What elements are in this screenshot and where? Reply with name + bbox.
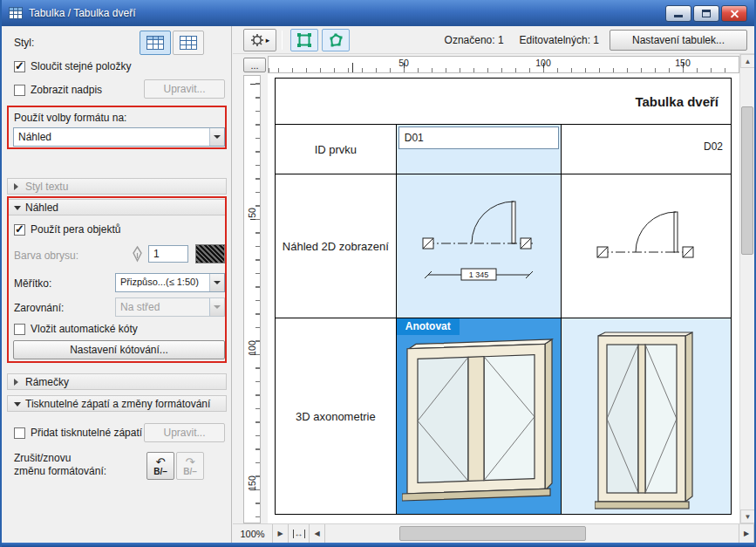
redo-format-button[interactable]: ↷ B/–	[176, 452, 204, 480]
vertical-scrollbar[interactable]: ▲ ▼	[739, 54, 754, 523]
section-frames[interactable]: Rámečky	[7, 373, 227, 390]
scroll-up-button[interactable]: ▲	[740, 54, 755, 68]
scroll-down-button[interactable]: ▼	[740, 509, 755, 523]
zoom-level-button[interactable]: 100%	[233, 524, 273, 543]
auto-dim-label: Vložit automatické kóty	[31, 323, 138, 335]
door-2d-symbol-d01: 1 345	[418, 195, 540, 297]
v-ruler-label-100: 100	[247, 336, 257, 360]
undo-redo-label-line2: změnu formátování:	[14, 465, 106, 477]
schedule-title-cell[interactable]: Tabulka dveří	[276, 79, 731, 124]
3d-row-label-cell[interactable]: 3D axonometrie	[276, 318, 396, 514]
section-text-style-label: Styl textu	[25, 181, 68, 193]
alignment-select[interactable]: Na střed	[115, 297, 225, 317]
toolbar-separator	[282, 31, 283, 50]
door-2d-symbol-d02	[594, 207, 698, 285]
style-label: Styl:	[14, 37, 34, 49]
chevron-down-icon[interactable]	[209, 128, 224, 146]
merge-items-checkbox[interactable]	[14, 61, 25, 72]
format-target-select[interactable]: Náhled	[13, 127, 225, 147]
horizontal-scrollbar[interactable]	[325, 524, 739, 543]
show-header-label: Zobrazit nadpis	[31, 84, 102, 96]
schedule-toolbar: ▸	[233, 26, 754, 54]
annotate-badge[interactable]: Anotovat	[397, 318, 460, 335]
section-text-style[interactable]: Styl textu	[7, 178, 227, 195]
merge-items-checkbox-row[interactable]: Sloučit stejné položky	[14, 60, 131, 72]
pen-number-field[interactable]: 1	[148, 245, 188, 263]
section-footer[interactable]: Tisknutelné zápatí a změny formátování	[7, 395, 227, 412]
pen-color-swatch-button[interactable]	[195, 244, 225, 263]
h-ruler-minor-ticks	[269, 68, 739, 72]
edit-header-button[interactable]: Upravit...	[144, 79, 225, 99]
dimension-settings-button[interactable]: Nastavení kótování...	[13, 340, 225, 359]
pen-icon	[131, 245, 144, 263]
scale-value: Přizpůso...(≤ 1:50)	[116, 274, 209, 291]
schedule-title-row[interactable]: Tabulka dveří	[276, 79, 731, 125]
add-footer-checkbox[interactable]	[14, 427, 25, 439]
vertical-scrollbar-thumb[interactable]	[741, 106, 753, 255]
chevron-down-icon	[209, 298, 224, 316]
grid-style-icon	[179, 35, 198, 51]
auto-dim-checkbox-row[interactable]: Vložit automatické kóty	[14, 323, 138, 335]
gear-icon	[250, 33, 264, 47]
ruler-corner-button[interactable]: ...	[243, 58, 266, 72]
chevron-down-icon[interactable]	[209, 274, 224, 291]
zoom-menu-button[interactable]: ▶	[273, 524, 289, 543]
id-row-label-cell[interactable]: ID prvku	[276, 125, 396, 174]
polygon-select-button[interactable]	[322, 29, 350, 51]
fit-width-icon: ↔	[293, 530, 305, 538]
3d-cell-d02[interactable]	[561, 318, 731, 514]
2d-row-label-cell[interactable]: Náhled 2D zobrazení	[276, 174, 396, 318]
close-button[interactable]	[721, 5, 747, 22]
fit-in-window-button[interactable]: ↔	[289, 524, 310, 543]
marquee-rectangle-icon	[296, 32, 312, 48]
add-footer-checkbox-row[interactable]: Přidat tisknutelné zápatí	[14, 427, 142, 439]
window-table-icon	[9, 7, 23, 19]
titlebar[interactable]: Tabulka / Tabulka dveří	[2, 0, 754, 26]
alignment-value: Na střed	[116, 298, 209, 316]
use-pens-checkbox[interactable]	[14, 224, 25, 236]
show-header-checkbox[interactable]	[14, 85, 25, 96]
scroll-right-button[interactable]: ▶	[739, 524, 754, 543]
minimize-button[interactable]	[665, 5, 691, 22]
schedule-2d-row: Náhled 2D zobrazení	[276, 174, 731, 318]
door-3d-d02	[595, 331, 698, 512]
horizontal-scrollbar-thumb[interactable]	[399, 526, 585, 541]
section-preview[interactable]: Náhled	[7, 199, 227, 215]
use-pens-label: Použít pera objektů	[31, 223, 120, 236]
id-d01-value: D01	[405, 132, 424, 144]
dialog-body: Styl:	[2, 26, 754, 543]
scroll-right-icon: ▶	[744, 530, 749, 537]
style-table-button-selected[interactable]	[140, 31, 171, 55]
style-grid-button[interactable]	[173, 31, 204, 55]
redo-icon: ↷	[186, 456, 195, 468]
options-sidebar: Styl:	[2, 26, 232, 543]
2d-cell-d01[interactable]: 1 345	[396, 174, 562, 318]
3d-row-label: 3D axonometrie	[296, 410, 376, 423]
window-frame-bottom	[2, 543, 754, 547]
show-header-checkbox-row[interactable]: Zobrazit nadpis	[14, 84, 102, 96]
format-target-value: Náhled	[14, 128, 209, 146]
schedule-canvas: Tabulka dveří ID prvku D01	[268, 73, 739, 523]
vertical-ruler: 50 100 150	[243, 75, 261, 523]
scroll-up-icon: ▲	[745, 58, 752, 65]
scheme-settings-gear-button[interactable]: ▸	[243, 29, 276, 51]
auto-dim-checkbox[interactable]	[14, 324, 25, 335]
id-row-label: ID prvku	[315, 143, 357, 156]
undo-format-button[interactable]: ↶ B/–	[146, 452, 174, 480]
marquee-select-button[interactable]	[290, 29, 318, 51]
use-pens-checkbox-row[interactable]: Použít pera objektů	[14, 223, 120, 236]
maximize-button[interactable]	[693, 5, 719, 22]
table-settings-button[interactable]: Nastavení tabulek...	[610, 30, 747, 51]
id-cell-d02[interactable]: D02	[561, 125, 731, 174]
merge-items-label: Sloučit stejné položky	[31, 60, 131, 72]
door-3d-d01	[402, 338, 555, 506]
h-ruler-label-150: 150	[671, 58, 695, 68]
v-ruler-minor-ticks	[255, 76, 260, 523]
edit-footer-button[interactable]: Upravit...	[144, 423, 225, 442]
scroll-left-button[interactable]: ◀	[310, 524, 325, 543]
3d-cell-d01[interactable]: Anotovat	[396, 318, 562, 514]
id-d01-edit-field[interactable]: D01	[398, 126, 560, 149]
scale-select[interactable]: Přizpůso...(≤ 1:50)	[115, 273, 225, 292]
id-cell-d01[interactable]: D01	[396, 125, 562, 174]
2d-cell-d02[interactable]	[561, 174, 731, 318]
